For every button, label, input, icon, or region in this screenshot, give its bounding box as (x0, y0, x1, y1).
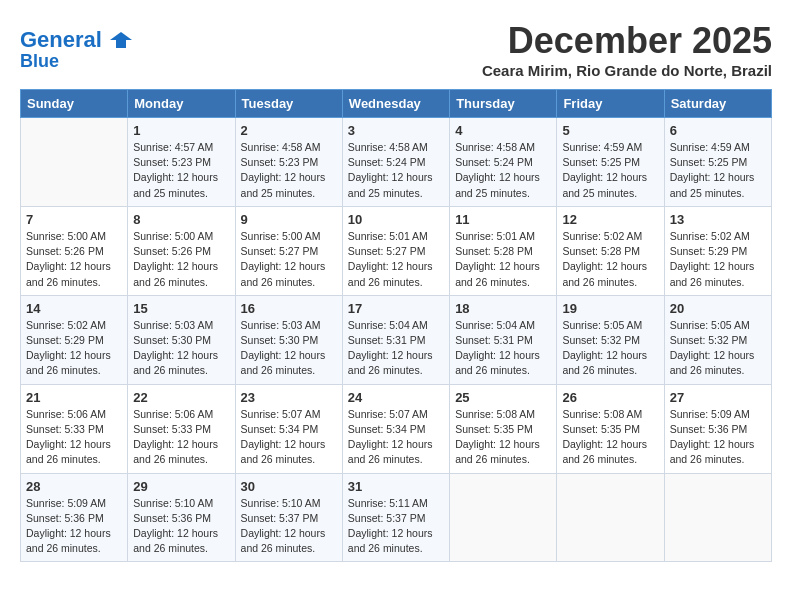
calendar-cell: 8Sunrise: 5:00 AMSunset: 5:26 PMDaylight… (128, 206, 235, 295)
cell-info: Sunrise: 5:04 AMSunset: 5:31 PMDaylight:… (455, 318, 551, 379)
month-title: December 2025 (482, 20, 772, 62)
calendar-cell: 14Sunrise: 5:02 AMSunset: 5:29 PMDayligh… (21, 295, 128, 384)
header-thursday: Thursday (450, 90, 557, 118)
cell-info: Sunrise: 5:02 AMSunset: 5:28 PMDaylight:… (562, 229, 658, 290)
header-sunday: Sunday (21, 90, 128, 118)
day-number: 24 (348, 390, 444, 405)
logo-text-blue: Blue (20, 52, 132, 72)
calendar-cell (450, 473, 557, 562)
day-number: 23 (241, 390, 337, 405)
calendar-cell: 1Sunrise: 4:57 AMSunset: 5:23 PMDaylight… (128, 118, 235, 207)
calendar-cell: 9Sunrise: 5:00 AMSunset: 5:27 PMDaylight… (235, 206, 342, 295)
cell-info: Sunrise: 5:11 AMSunset: 5:37 PMDaylight:… (348, 496, 444, 557)
calendar-cell: 27Sunrise: 5:09 AMSunset: 5:36 PMDayligh… (664, 384, 771, 473)
title-block: December 2025 Ceara Mirim, Rio Grande do… (482, 20, 772, 79)
day-number: 4 (455, 123, 551, 138)
calendar-cell: 11Sunrise: 5:01 AMSunset: 5:28 PMDayligh… (450, 206, 557, 295)
calendar-cell: 20Sunrise: 5:05 AMSunset: 5:32 PMDayligh… (664, 295, 771, 384)
cell-info: Sunrise: 5:03 AMSunset: 5:30 PMDaylight:… (133, 318, 229, 379)
calendar-cell: 4Sunrise: 4:58 AMSunset: 5:24 PMDaylight… (450, 118, 557, 207)
cell-info: Sunrise: 5:01 AMSunset: 5:28 PMDaylight:… (455, 229, 551, 290)
day-number: 12 (562, 212, 658, 227)
cell-info: Sunrise: 4:57 AMSunset: 5:23 PMDaylight:… (133, 140, 229, 201)
calendar-cell: 30Sunrise: 5:10 AMSunset: 5:37 PMDayligh… (235, 473, 342, 562)
day-number: 16 (241, 301, 337, 316)
day-number: 26 (562, 390, 658, 405)
day-number: 10 (348, 212, 444, 227)
header-friday: Friday (557, 90, 664, 118)
calendar-cell: 24Sunrise: 5:07 AMSunset: 5:34 PMDayligh… (342, 384, 449, 473)
cell-info: Sunrise: 5:00 AMSunset: 5:26 PMDaylight:… (133, 229, 229, 290)
cell-info: Sunrise: 5:09 AMSunset: 5:36 PMDaylight:… (26, 496, 122, 557)
cell-info: Sunrise: 5:10 AMSunset: 5:37 PMDaylight:… (241, 496, 337, 557)
cell-info: Sunrise: 5:04 AMSunset: 5:31 PMDaylight:… (348, 318, 444, 379)
header-saturday: Saturday (664, 90, 771, 118)
day-number: 18 (455, 301, 551, 316)
calendar-cell: 19Sunrise: 5:05 AMSunset: 5:32 PMDayligh… (557, 295, 664, 384)
calendar-cell: 12Sunrise: 5:02 AMSunset: 5:28 PMDayligh… (557, 206, 664, 295)
svg-marker-0 (110, 32, 132, 48)
cell-info: Sunrise: 4:58 AMSunset: 5:24 PMDaylight:… (348, 140, 444, 201)
calendar-cell: 5Sunrise: 4:59 AMSunset: 5:25 PMDaylight… (557, 118, 664, 207)
cell-info: Sunrise: 5:06 AMSunset: 5:33 PMDaylight:… (133, 407, 229, 468)
calendar-week-row: 14Sunrise: 5:02 AMSunset: 5:29 PMDayligh… (21, 295, 772, 384)
cell-info: Sunrise: 5:05 AMSunset: 5:32 PMDaylight:… (562, 318, 658, 379)
calendar-cell: 31Sunrise: 5:11 AMSunset: 5:37 PMDayligh… (342, 473, 449, 562)
cell-info: Sunrise: 5:08 AMSunset: 5:35 PMDaylight:… (455, 407, 551, 468)
calendar-cell: 28Sunrise: 5:09 AMSunset: 5:36 PMDayligh… (21, 473, 128, 562)
calendar-cell: 6Sunrise: 4:59 AMSunset: 5:25 PMDaylight… (664, 118, 771, 207)
calendar-cell: 13Sunrise: 5:02 AMSunset: 5:29 PMDayligh… (664, 206, 771, 295)
cell-info: Sunrise: 4:59 AMSunset: 5:25 PMDaylight:… (670, 140, 766, 201)
calendar-table: SundayMondayTuesdayWednesdayThursdayFrid… (20, 89, 772, 562)
calendar-cell: 23Sunrise: 5:07 AMSunset: 5:34 PMDayligh… (235, 384, 342, 473)
day-number: 3 (348, 123, 444, 138)
day-number: 14 (26, 301, 122, 316)
day-number: 29 (133, 479, 229, 494)
header-tuesday: Tuesday (235, 90, 342, 118)
calendar-cell: 17Sunrise: 5:04 AMSunset: 5:31 PMDayligh… (342, 295, 449, 384)
cell-info: Sunrise: 5:00 AMSunset: 5:27 PMDaylight:… (241, 229, 337, 290)
day-number: 5 (562, 123, 658, 138)
cell-info: Sunrise: 5:10 AMSunset: 5:36 PMDaylight:… (133, 496, 229, 557)
day-number: 22 (133, 390, 229, 405)
cell-info: Sunrise: 5:06 AMSunset: 5:33 PMDaylight:… (26, 407, 122, 468)
day-number: 13 (670, 212, 766, 227)
day-number: 9 (241, 212, 337, 227)
calendar-cell: 25Sunrise: 5:08 AMSunset: 5:35 PMDayligh… (450, 384, 557, 473)
calendar-cell: 7Sunrise: 5:00 AMSunset: 5:26 PMDaylight… (21, 206, 128, 295)
logo-text: General (20, 28, 132, 52)
day-number: 2 (241, 123, 337, 138)
cell-info: Sunrise: 4:59 AMSunset: 5:25 PMDaylight:… (562, 140, 658, 201)
calendar-week-row: 7Sunrise: 5:00 AMSunset: 5:26 PMDaylight… (21, 206, 772, 295)
cell-info: Sunrise: 5:02 AMSunset: 5:29 PMDaylight:… (26, 318, 122, 379)
calendar-week-row: 21Sunrise: 5:06 AMSunset: 5:33 PMDayligh… (21, 384, 772, 473)
calendar-cell (21, 118, 128, 207)
calendar-cell (664, 473, 771, 562)
calendar-cell: 15Sunrise: 5:03 AMSunset: 5:30 PMDayligh… (128, 295, 235, 384)
day-number: 6 (670, 123, 766, 138)
logo: General Blue (20, 28, 132, 72)
cell-info: Sunrise: 5:05 AMSunset: 5:32 PMDaylight:… (670, 318, 766, 379)
calendar-week-row: 28Sunrise: 5:09 AMSunset: 5:36 PMDayligh… (21, 473, 772, 562)
calendar-cell: 21Sunrise: 5:06 AMSunset: 5:33 PMDayligh… (21, 384, 128, 473)
day-number: 15 (133, 301, 229, 316)
calendar-cell: 18Sunrise: 5:04 AMSunset: 5:31 PMDayligh… (450, 295, 557, 384)
header-monday: Monday (128, 90, 235, 118)
calendar-cell: 3Sunrise: 4:58 AMSunset: 5:24 PMDaylight… (342, 118, 449, 207)
day-number: 27 (670, 390, 766, 405)
cell-info: Sunrise: 5:07 AMSunset: 5:34 PMDaylight:… (241, 407, 337, 468)
calendar-cell: 16Sunrise: 5:03 AMSunset: 5:30 PMDayligh… (235, 295, 342, 384)
day-number: 30 (241, 479, 337, 494)
calendar-header-row: SundayMondayTuesdayWednesdayThursdayFrid… (21, 90, 772, 118)
calendar-cell: 26Sunrise: 5:08 AMSunset: 5:35 PMDayligh… (557, 384, 664, 473)
day-number: 17 (348, 301, 444, 316)
cell-info: Sunrise: 5:01 AMSunset: 5:27 PMDaylight:… (348, 229, 444, 290)
calendar-cell (557, 473, 664, 562)
cell-info: Sunrise: 5:08 AMSunset: 5:35 PMDaylight:… (562, 407, 658, 468)
calendar-cell: 2Sunrise: 4:58 AMSunset: 5:23 PMDaylight… (235, 118, 342, 207)
cell-info: Sunrise: 4:58 AMSunset: 5:23 PMDaylight:… (241, 140, 337, 201)
day-number: 21 (26, 390, 122, 405)
logo-bird-icon (110, 30, 132, 52)
day-number: 19 (562, 301, 658, 316)
header-wednesday: Wednesday (342, 90, 449, 118)
